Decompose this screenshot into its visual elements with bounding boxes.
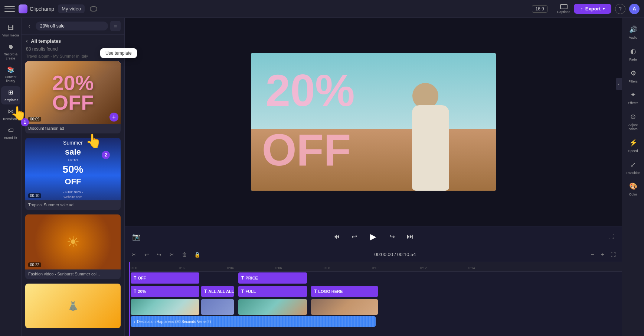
right-tool-fade[interactable]: ◐ Fade	[624, 43, 643, 65]
template-item-sunburst[interactable]: ☀ 00:22 Fashion video - Sunburst Summer …	[25, 214, 121, 279]
sidebar-item-templates[interactable]: ⊞ Templates	[1, 86, 20, 104]
logo-text: Clipchamp	[30, 6, 54, 12]
right-tool-adjust-colors[interactable]: ⊙ Adjustcolors	[624, 109, 643, 134]
captions-button[interactable]: Captions	[557, 4, 571, 14]
sidebar-item-transitions[interactable]: ⋈ Transitions	[1, 105, 20, 123]
thumb2-shop-text: • SHOP NOW •	[63, 190, 83, 194]
clip-logo-label: LOGO HERE	[318, 289, 343, 294]
timeline-undo-button[interactable]: ↩	[142, 250, 151, 259]
audio-clip[interactable]: ♪ Destination Happiness (30 Seconds Vers…	[131, 316, 376, 327]
templates-grid: 20%OFF 00:09 + Discount fashion ad Summe…	[22, 61, 124, 336]
thumb2-pct-text: 50%	[62, 164, 83, 175]
color-icon: 🎨	[628, 181, 638, 191]
logo-icon	[19, 4, 27, 13]
right-tool-transition[interactable]: ⤢ Transition	[624, 157, 643, 178]
captions-label: Captions	[557, 10, 571, 14]
video-clip-3[interactable]	[238, 299, 307, 315]
timeline-time-display: 00:00.00 / 00:10.54	[205, 252, 585, 257]
timeline-delete-button[interactable]: 🗑	[180, 250, 189, 259]
timeline-cursor-tool[interactable]: ✂	[129, 250, 139, 259]
video-text-off: OFF	[262, 127, 351, 172]
play-button[interactable]: ▶	[367, 230, 380, 243]
search-input[interactable]	[36, 22, 108, 30]
skip-forward-button[interactable]: ⏭	[405, 231, 416, 242]
content-library-label: Contentlibrary	[5, 75, 17, 83]
video-clip-4[interactable]	[311, 299, 378, 315]
video-thumb-4	[311, 299, 378, 315]
text-icon-full: T	[241, 289, 244, 294]
video-text-20pct: 20%	[266, 68, 355, 113]
ruler-tick-10: 0:10	[372, 262, 379, 271]
sidebar-item-your-media[interactable]: 🎞 Your media	[1, 22, 20, 40]
filter-button[interactable]: ≡	[110, 21, 121, 31]
cloud-save-icon[interactable]	[90, 6, 97, 12]
export-arrow-icon: ↑	[581, 6, 583, 12]
right-tool-effects[interactable]: ✦ Effects	[624, 87, 643, 108]
app-logo: Clipchamp	[19, 4, 54, 13]
video-title[interactable]: My video	[58, 4, 85, 13]
expand-button[interactable]: ⛶	[608, 233, 614, 240]
export-button[interactable]: ↑ Export ▾	[574, 4, 611, 14]
template-item-discount-fashion[interactable]: 20%OFF 00:09 + Discount fashion ad	[25, 61, 121, 133]
transition-tool-label: Transition	[626, 171, 640, 175]
video-clip-1[interactable]	[131, 299, 199, 315]
zoom-in-button[interactable]: +	[599, 251, 607, 259]
right-tool-filters[interactable]: ⚙ Filters	[624, 65, 643, 87]
zoom-out-button[interactable]: −	[588, 251, 596, 259]
search-row: ‹ ≡	[22, 18, 124, 35]
timeline-text-row-1: T OFF T PRICE	[129, 272, 622, 285]
export-label: Export	[585, 6, 601, 12]
back-arrow-icon[interactable]: ‹	[26, 38, 28, 44]
clip-20pct[interactable]: T 20%	[131, 286, 199, 297]
menu-icon[interactable]	[4, 4, 15, 14]
timeline-expand-button[interactable]: ⛶	[609, 251, 617, 259]
brand-kit-icon: 🏷	[7, 126, 15, 135]
skip-back-button[interactable]: ⏮	[331, 231, 342, 242]
template-item-4[interactable]: 👗	[25, 284, 121, 328]
template-item-tropical-summer[interactable]: Summer sale UP TO 50% OFF • SHOP NOW • w…	[25, 138, 121, 210]
clip-price[interactable]: T PRICE	[238, 272, 307, 284]
all-templates-header: ‹ All templates	[22, 35, 124, 46]
clip-all[interactable]: T ALL ALL ALL A	[201, 286, 234, 297]
clip-logo[interactable]: T LOGO HERE	[311, 286, 378, 297]
timeline-lock-button[interactable]: 🔒	[192, 250, 202, 259]
ruler-tick-8: 0:08	[324, 262, 330, 271]
help-button[interactable]: ?	[615, 4, 625, 14]
sidebar-item-record-create[interactable]: ⏺ Record &create	[1, 41, 20, 63]
template-add-button-1[interactable]: +	[109, 113, 118, 122]
right-tool-audio[interactable]: 🔊 Audio	[624, 22, 643, 43]
template-thumbnail-3: ☀ 00:22	[25, 214, 121, 269]
forward-button[interactable]: ↪	[387, 231, 398, 242]
aspect-ratio[interactable]: 16:9	[532, 5, 547, 13]
screenshot-button[interactable]: 📷	[132, 233, 140, 241]
video-clip-2[interactable]	[201, 299, 234, 315]
use-template-tooltip[interactable]: Use template	[100, 48, 125, 58]
clip-off[interactable]: T OFF	[131, 272, 199, 284]
content-library-icon: 📚	[7, 65, 15, 74]
transitions-label: Transitions	[3, 117, 19, 121]
template-thumb-sunburst: ☀	[25, 214, 121, 269]
timeline-cut-button[interactable]: ✂	[167, 250, 177, 259]
right-tool-speed[interactable]: ⚡ Speed	[624, 135, 643, 156]
sidebar-item-brand-kit[interactable]: 🏷 Brand kit	[1, 124, 20, 142]
template-thumb-summer: Summer sale UP TO 50% OFF • SHOP NOW • w…	[25, 138, 121, 200]
adjust-colors-tool-label: Adjustcolors	[628, 123, 638, 131]
audio-label: Destination Happiness (30 Seconds Verse …	[137, 320, 211, 324]
your-media-label: Your media	[2, 33, 19, 38]
sidebar-item-content-library[interactable]: 📚 Contentlibrary	[1, 63, 20, 85]
clip-all-label: ALL ALL ALL A	[208, 289, 234, 294]
template-thumb-4: 👗	[25, 284, 121, 328]
timeline-redo-button[interactable]: ↪	[154, 250, 164, 259]
clip-full[interactable]: T FULL	[238, 286, 307, 297]
right-panel: ‹ 🔊 Audio ◐ Fade ⚙ Filters ✦ Effects ⊙ A…	[622, 18, 644, 336]
rewind-button[interactable]: ↩	[349, 231, 360, 242]
audio-icon: 🔊	[628, 25, 638, 34]
ruler-tick-6: 0:06	[275, 262, 282, 271]
right-tool-color[interactable]: 🎨 Color	[624, 178, 643, 200]
video-thumb-1	[131, 299, 199, 315]
avatar[interactable]: A	[629, 4, 640, 14]
template-thumbnail-2: Summer sale UP TO 50% OFF • SHOP NOW • w…	[25, 138, 121, 200]
timeline-audio-row: ♪ Destination Happiness (30 Seconds Vers…	[129, 316, 622, 327]
search-back-button[interactable]: ‹	[25, 22, 33, 30]
right-panel-collapse-button[interactable]: ‹	[616, 78, 622, 90]
